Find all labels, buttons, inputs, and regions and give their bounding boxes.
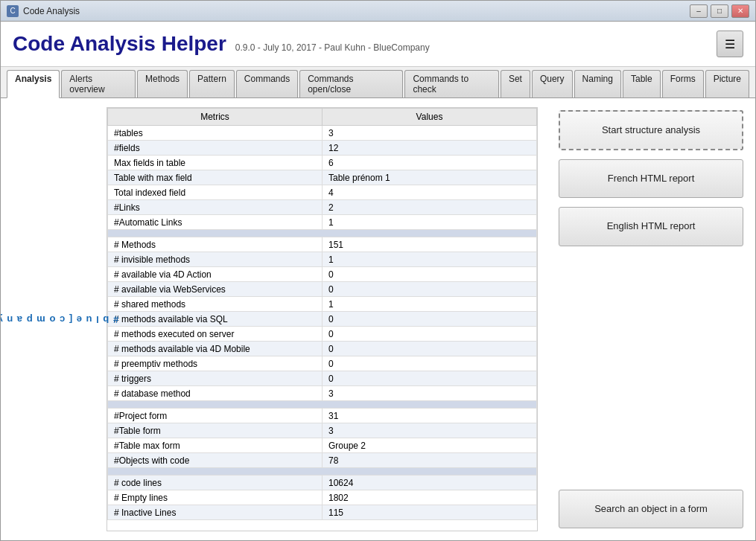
metric-cell: #Table max form: [108, 438, 323, 453]
metric-cell: #Project form: [108, 409, 323, 423]
metric-cell: # available via 4D Action: [108, 267, 323, 282]
value-cell: 12: [323, 141, 537, 156]
table-row: # invisible methods 1: [108, 252, 537, 267]
english-report-button[interactable]: English HTML report: [559, 207, 743, 246]
metric-cell: # methods executed on server: [108, 327, 323, 342]
value-cell: 6: [323, 156, 537, 170]
tab-alerts-overview[interactable]: Alerts overview: [61, 70, 136, 97]
metric-cell: Table with max field: [108, 170, 323, 185]
value-cell: 0: [323, 342, 537, 356]
tab-picture[interactable]: Picture: [705, 70, 749, 97]
metric-cell: # preemptiv methods: [108, 356, 323, 371]
french-report-button[interactable]: French HTML report: [559, 159, 743, 198]
table-row: # methods available via SQL 0: [108, 312, 537, 327]
metric-cell: #Objects with code: [108, 453, 323, 468]
table-row: #Objects with code 78: [108, 453, 537, 468]
value-cell: 0: [323, 312, 537, 327]
tab-analysis[interactable]: Analysis: [7, 70, 60, 98]
metric-cell: #Links: [108, 200, 323, 215]
metric-cell: # code lines: [108, 476, 323, 490]
app-title: Code Analysis Helper: [13, 32, 226, 56]
metric-cell: # shared methods: [108, 297, 323, 312]
table-row: # Empty lines 1802: [108, 490, 537, 505]
table-row: #Table form 3: [108, 423, 537, 438]
table-row: # shared methods 1: [108, 297, 537, 312]
table-row: #Table max form Groupe 2: [108, 438, 537, 453]
value-cell: 0: [323, 371, 537, 386]
value-cell: 31: [323, 409, 537, 423]
value-cell: 3: [323, 126, 537, 141]
value-cell: 0: [323, 282, 537, 297]
metric-cell: # Empty lines: [108, 490, 323, 505]
value-cell: 2: [323, 200, 537, 215]
metric-cell: # methods available via 4D Mobile: [108, 342, 323, 356]
tab-pattern[interactable]: Pattern: [189, 70, 235, 97]
start-analysis-button[interactable]: Start structure analysis: [559, 110, 743, 150]
metric-cell: #Table form: [108, 423, 323, 438]
right-panel: Start structure analysis French HTML rep…: [547, 98, 755, 540]
value-cell: 1: [323, 252, 537, 267]
metric-cell: Total indexed field: [108, 185, 323, 200]
table-row: # Inactive Lines 115: [108, 505, 537, 520]
table-row: #tables 3: [108, 126, 537, 141]
table-row: # database method 3: [108, 386, 537, 401]
table-row: #Project form 31: [108, 409, 537, 423]
metric-cell: #tables: [108, 126, 323, 141]
table-row: # code lines 10624: [108, 476, 537, 490]
metric-cell: # methods available via SQL: [108, 312, 323, 327]
metric-cell: # database method: [108, 386, 323, 401]
main-window: C Code Analysis – □ ✕ Code Analysis Help…: [0, 0, 756, 541]
table-row: # Methods 151: [108, 237, 537, 252]
value-cell: 1802: [323, 490, 537, 505]
tab-commands[interactable]: Commands: [236, 70, 298, 97]
title-area: Code Analysis Helper 0.9.0 - July 10, 20…: [13, 32, 430, 56]
metric-cell: #fields: [108, 141, 323, 156]
maximize-button[interactable]: □: [711, 4, 728, 18]
table-row: [108, 401, 537, 409]
panel-spacer: [559, 255, 743, 481]
value-cell: 0: [323, 327, 537, 342]
hamburger-menu-button[interactable]: ☰: [717, 31, 743, 57]
sidebar: # b l u e [ c o m p a n y ]: [1, 98, 98, 540]
app-icon: C: [7, 5, 19, 17]
metrics-table-wrapper[interactable]: Metrics Values #tables 3 #fields 12 Max …: [107, 107, 538, 531]
window-title: Code Analysis: [23, 6, 690, 16]
values-header: Values: [323, 109, 537, 126]
value-cell: Groupe 2: [323, 438, 537, 453]
tab-forms[interactable]: Forms: [662, 70, 704, 97]
tab-commands-open-close[interactable]: Commands open/close: [299, 70, 403, 97]
table-row: # triggers 0: [108, 371, 537, 386]
value-cell: 1: [323, 297, 537, 312]
table-row: Total indexed field 4: [108, 185, 537, 200]
table-row: Table with max field Table prénom 1: [108, 170, 537, 185]
app-header: Code Analysis Helper 0.9.0 - July 10, 20…: [1, 22, 755, 67]
minimize-button[interactable]: –: [690, 4, 708, 18]
value-cell: 1: [323, 215, 537, 230]
tab-set[interactable]: Set: [501, 70, 530, 97]
table-row: # available via WebServices 0: [108, 282, 537, 297]
table-row: # methods executed on server 0: [108, 327, 537, 342]
tab-methods[interactable]: Methods: [137, 70, 188, 97]
table-row: # available via 4D Action 0: [108, 267, 537, 282]
tab-query[interactable]: Query: [532, 70, 573, 97]
value-cell: 115: [323, 505, 537, 520]
company-logo: # b l u e [ c o m p a n y ]: [36, 255, 62, 384]
value-cell: 78: [323, 453, 537, 468]
close-button[interactable]: ✕: [731, 4, 749, 18]
value-cell: 3: [323, 386, 537, 401]
title-bar: C Code Analysis – □ ✕: [1, 1, 755, 22]
value-cell: 3: [323, 423, 537, 438]
tab-naming[interactable]: Naming: [574, 70, 621, 97]
metric-cell: # invisible methods: [108, 252, 323, 267]
value-cell: 10624: [323, 476, 537, 490]
table-row: [108, 230, 537, 237]
metric-cell: #Automatic Links: [108, 215, 323, 230]
metrics-table: Metrics Values #tables 3 #fields 12 Max …: [107, 108, 537, 520]
search-object-button[interactable]: Search an object in a form: [559, 490, 743, 528]
tab-table[interactable]: Table: [623, 70, 661, 97]
tab-commands-to-check[interactable]: Commands to check: [404, 70, 498, 97]
value-cell: 151: [323, 237, 537, 252]
app-subtitle: 0.9.0 - July 10, 2017 - Paul Kuhn - Blue…: [235, 42, 430, 53]
table-row: [108, 468, 537, 476]
table-row: Max fields in table 6: [108, 156, 537, 170]
